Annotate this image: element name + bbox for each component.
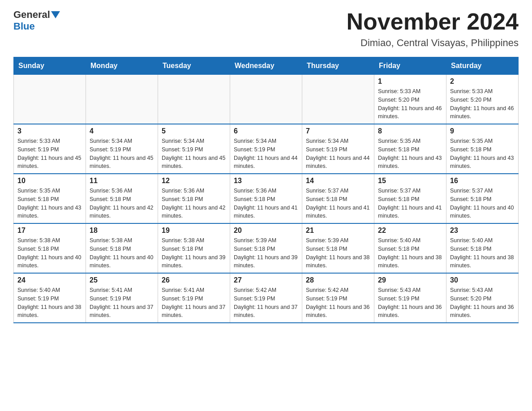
logo-triangle-icon bbox=[51, 11, 60, 18]
day-number: 20 bbox=[234, 227, 298, 235]
cell-week5-day0: 24Sunrise: 5:40 AM Sunset: 5:19 PM Dayli… bbox=[14, 273, 86, 323]
week-row-5: 24Sunrise: 5:40 AM Sunset: 5:19 PM Dayli… bbox=[14, 273, 519, 323]
cell-week1-day2 bbox=[158, 75, 230, 124]
cell-week4-day5: 22Sunrise: 5:40 AM Sunset: 5:18 PM Dayli… bbox=[374, 223, 446, 273]
page-header: General Blue November 2024 Dimiao, Centr… bbox=[13, 9, 519, 49]
cell-week5-day2: 26Sunrise: 5:41 AM Sunset: 5:19 PM Dayli… bbox=[158, 273, 230, 323]
day-info: Sunrise: 5:42 AM Sunset: 5:19 PM Dayligh… bbox=[306, 286, 370, 320]
day-info: Sunrise: 5:33 AM Sunset: 5:19 PM Dayligh… bbox=[17, 137, 82, 171]
day-info: Sunrise: 5:37 AM Sunset: 5:18 PM Dayligh… bbox=[306, 187, 370, 220]
day-info: Sunrise: 5:38 AM Sunset: 5:18 PM Dayligh… bbox=[162, 236, 226, 270]
day-info: Sunrise: 5:38 AM Sunset: 5:18 PM Dayligh… bbox=[17, 236, 82, 270]
day-info: Sunrise: 5:37 AM Sunset: 5:18 PM Dayligh… bbox=[450, 187, 515, 220]
day-info: Sunrise: 5:36 AM Sunset: 5:18 PM Dayligh… bbox=[234, 187, 298, 220]
logo: General Blue bbox=[13, 9, 61, 32]
header-thursday: Thursday bbox=[302, 57, 374, 75]
day-number: 16 bbox=[450, 177, 515, 185]
day-number: 8 bbox=[378, 127, 442, 135]
header-sunday: Sunday bbox=[14, 57, 86, 75]
day-info: Sunrise: 5:41 AM Sunset: 5:19 PM Dayligh… bbox=[162, 286, 226, 320]
day-info: Sunrise: 5:35 AM Sunset: 5:18 PM Dayligh… bbox=[378, 137, 442, 171]
day-info: Sunrise: 5:34 AM Sunset: 5:19 PM Dayligh… bbox=[90, 137, 154, 171]
cell-week4-day0: 17Sunrise: 5:38 AM Sunset: 5:18 PM Dayli… bbox=[14, 223, 86, 273]
cell-week3-day5: 15Sunrise: 5:37 AM Sunset: 5:18 PM Dayli… bbox=[374, 174, 446, 223]
day-info: Sunrise: 5:37 AM Sunset: 5:18 PM Dayligh… bbox=[378, 187, 442, 220]
day-number: 6 bbox=[234, 127, 298, 135]
calendar-body: 1Sunrise: 5:33 AM Sunset: 5:20 PM Daylig… bbox=[14, 75, 519, 323]
header-wednesday: Wednesday bbox=[230, 57, 302, 75]
day-number: 12 bbox=[162, 177, 226, 185]
cell-week4-day2: 19Sunrise: 5:38 AM Sunset: 5:18 PM Dayli… bbox=[158, 223, 230, 273]
cell-week2-day5: 8Sunrise: 5:35 AM Sunset: 5:18 PM Daylig… bbox=[374, 124, 446, 174]
cell-week3-day2: 12Sunrise: 5:36 AM Sunset: 5:18 PM Dayli… bbox=[158, 174, 230, 223]
cell-week5-day5: 29Sunrise: 5:43 AM Sunset: 5:19 PM Dayli… bbox=[374, 273, 446, 323]
cell-week1-day3 bbox=[230, 75, 302, 124]
day-number: 9 bbox=[450, 127, 515, 135]
day-info: Sunrise: 5:34 AM Sunset: 5:19 PM Dayligh… bbox=[234, 137, 298, 171]
cell-week2-day4: 7Sunrise: 5:34 AM Sunset: 5:19 PM Daylig… bbox=[302, 124, 374, 174]
day-number: 2 bbox=[450, 77, 515, 86]
week-row-3: 10Sunrise: 5:35 AM Sunset: 5:18 PM Dayli… bbox=[14, 174, 519, 223]
cell-week1-day6: 2Sunrise: 5:33 AM Sunset: 5:20 PM Daylig… bbox=[446, 75, 519, 124]
day-number: 4 bbox=[90, 127, 154, 135]
cell-week5-day1: 25Sunrise: 5:41 AM Sunset: 5:19 PM Dayli… bbox=[86, 273, 158, 323]
day-info: Sunrise: 5:34 AM Sunset: 5:19 PM Dayligh… bbox=[162, 137, 226, 171]
day-info: Sunrise: 5:43 AM Sunset: 5:20 PM Dayligh… bbox=[450, 286, 515, 320]
calendar-header: Sunday Monday Tuesday Wednesday Thursday… bbox=[14, 57, 519, 75]
cell-week1-day4 bbox=[302, 75, 374, 124]
day-number: 24 bbox=[17, 276, 82, 284]
day-number: 27 bbox=[234, 276, 298, 284]
day-info: Sunrise: 5:34 AM Sunset: 5:19 PM Dayligh… bbox=[306, 137, 370, 171]
day-number: 10 bbox=[17, 177, 82, 185]
cell-week4-day4: 21Sunrise: 5:39 AM Sunset: 5:18 PM Dayli… bbox=[302, 223, 374, 273]
day-number: 15 bbox=[378, 177, 442, 185]
day-number: 29 bbox=[378, 276, 442, 284]
day-info: Sunrise: 5:38 AM Sunset: 5:18 PM Dayligh… bbox=[90, 236, 154, 270]
week-row-2: 3Sunrise: 5:33 AM Sunset: 5:19 PM Daylig… bbox=[14, 124, 519, 174]
day-number: 26 bbox=[162, 276, 226, 284]
day-info: Sunrise: 5:35 AM Sunset: 5:18 PM Dayligh… bbox=[17, 187, 82, 220]
logo-blue-text: Blue bbox=[13, 21, 35, 32]
cell-week2-day3: 6Sunrise: 5:34 AM Sunset: 5:19 PM Daylig… bbox=[230, 124, 302, 174]
cell-week4-day6: 23Sunrise: 5:40 AM Sunset: 5:18 PM Dayli… bbox=[446, 223, 519, 273]
header-tuesday: Tuesday bbox=[158, 57, 230, 75]
cell-week1-day0 bbox=[14, 75, 86, 124]
day-info: Sunrise: 5:40 AM Sunset: 5:18 PM Dayligh… bbox=[378, 236, 442, 270]
day-info: Sunrise: 5:39 AM Sunset: 5:18 PM Dayligh… bbox=[306, 236, 370, 270]
day-number: 28 bbox=[306, 276, 370, 284]
day-number: 17 bbox=[17, 227, 82, 235]
day-info: Sunrise: 5:43 AM Sunset: 5:19 PM Dayligh… bbox=[378, 286, 442, 320]
cell-week2-day2: 5Sunrise: 5:34 AM Sunset: 5:19 PM Daylig… bbox=[158, 124, 230, 174]
day-info: Sunrise: 5:39 AM Sunset: 5:18 PM Dayligh… bbox=[234, 236, 298, 270]
week-row-4: 17Sunrise: 5:38 AM Sunset: 5:18 PM Dayli… bbox=[14, 223, 519, 273]
day-number: 30 bbox=[450, 276, 515, 284]
day-info: Sunrise: 5:33 AM Sunset: 5:20 PM Dayligh… bbox=[450, 87, 515, 121]
day-number: 3 bbox=[17, 127, 82, 135]
day-number: 13 bbox=[234, 177, 298, 185]
cell-week5-day3: 27Sunrise: 5:42 AM Sunset: 5:19 PM Dayli… bbox=[230, 273, 302, 323]
day-info: Sunrise: 5:42 AM Sunset: 5:19 PM Dayligh… bbox=[234, 286, 298, 320]
cell-week2-day6: 9Sunrise: 5:35 AM Sunset: 5:18 PM Daylig… bbox=[446, 124, 519, 174]
cell-week5-day4: 28Sunrise: 5:42 AM Sunset: 5:19 PM Dayli… bbox=[302, 273, 374, 323]
cell-week3-day1: 11Sunrise: 5:36 AM Sunset: 5:18 PM Dayli… bbox=[86, 174, 158, 223]
day-number: 1 bbox=[378, 77, 442, 86]
cell-week4-day1: 18Sunrise: 5:38 AM Sunset: 5:18 PM Dayli… bbox=[86, 223, 158, 273]
day-number: 7 bbox=[306, 127, 370, 135]
day-number: 21 bbox=[306, 227, 370, 235]
day-number: 18 bbox=[90, 227, 154, 235]
cell-week4-day3: 20Sunrise: 5:39 AM Sunset: 5:18 PM Dayli… bbox=[230, 223, 302, 273]
calendar-title: November 2024 bbox=[347, 9, 519, 34]
header-saturday: Saturday bbox=[446, 57, 519, 75]
day-info: Sunrise: 5:41 AM Sunset: 5:19 PM Dayligh… bbox=[90, 286, 154, 320]
day-info: Sunrise: 5:35 AM Sunset: 5:18 PM Dayligh… bbox=[450, 137, 515, 171]
week-row-1: 1Sunrise: 5:33 AM Sunset: 5:20 PM Daylig… bbox=[14, 75, 519, 124]
day-number: 22 bbox=[378, 227, 442, 235]
day-info: Sunrise: 5:40 AM Sunset: 5:19 PM Dayligh… bbox=[17, 286, 82, 320]
cell-week3-day3: 13Sunrise: 5:36 AM Sunset: 5:18 PM Dayli… bbox=[230, 174, 302, 223]
title-section: November 2024 Dimiao, Central Visayas, P… bbox=[347, 9, 519, 49]
calendar-table: Sunday Monday Tuesday Wednesday Thursday… bbox=[13, 57, 519, 323]
day-number: 25 bbox=[90, 276, 154, 284]
cell-week1-day1 bbox=[86, 75, 158, 124]
cell-week3-day4: 14Sunrise: 5:37 AM Sunset: 5:18 PM Dayli… bbox=[302, 174, 374, 223]
header-friday: Friday bbox=[374, 57, 446, 75]
